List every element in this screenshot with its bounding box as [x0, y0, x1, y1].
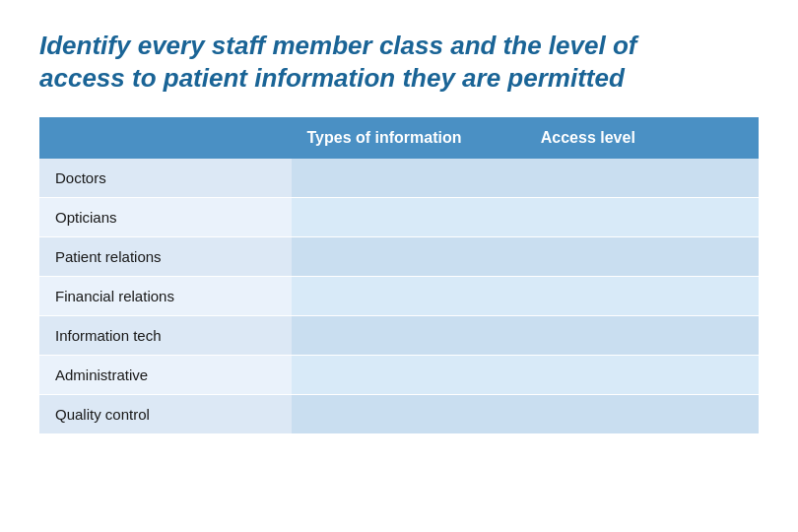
col-header-types: Types of information	[292, 117, 525, 159]
row-types	[292, 356, 525, 395]
row-access	[525, 277, 759, 316]
row-types	[292, 237, 525, 277]
staff-access-table: Types of information Access level Doctor…	[39, 117, 759, 434]
page-container: Identify every staff member class and th…	[0, 0, 798, 454]
table-row: Opticians	[39, 198, 759, 237]
row-types	[292, 316, 525, 356]
row-types	[292, 159, 525, 198]
table-row: Financial relations	[39, 277, 759, 316]
table-row: Information tech	[39, 316, 759, 356]
page-title: Identify every staff member class and th…	[39, 30, 759, 94]
table-row: Administrative	[39, 356, 759, 395]
row-access	[525, 159, 759, 198]
table-row: Patient relations	[39, 237, 759, 277]
row-types	[292, 395, 525, 434]
col-header-staff	[39, 117, 292, 159]
row-access	[525, 316, 759, 356]
table-row: Doctors	[39, 159, 759, 198]
row-access	[525, 395, 759, 434]
row-label: Quality control	[39, 395, 292, 434]
row-access	[525, 198, 759, 237]
title-line2: access to patient information they are p…	[39, 63, 625, 93]
row-types	[292, 198, 525, 237]
col-header-access: Access level	[525, 117, 759, 159]
row-label: Patient relations	[39, 237, 292, 277]
table-header-row: Types of information Access level	[39, 117, 759, 159]
table-row: Quality control	[39, 395, 759, 434]
row-types	[292, 277, 525, 316]
row-label: Information tech	[39, 316, 292, 356]
row-label: Doctors	[39, 159, 292, 198]
row-label: Opticians	[39, 198, 292, 237]
row-access	[525, 237, 759, 277]
row-access	[525, 356, 759, 395]
row-label: Administrative	[39, 356, 292, 395]
title-line1: Identify every staff member class and th…	[39, 31, 636, 60]
row-label: Financial relations	[39, 277, 292, 316]
